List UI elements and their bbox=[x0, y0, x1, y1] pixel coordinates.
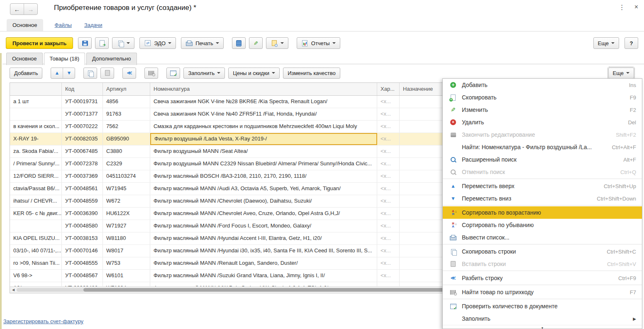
column-header[interactable] bbox=[10, 83, 62, 95]
cell-characteristic[interactable]: <x... bbox=[377, 96, 400, 108]
menu-item[interactable]: Расширенный поискAlt+F bbox=[443, 153, 642, 166]
cell-prev[interactable] bbox=[10, 108, 62, 120]
menu-item[interactable]: Вывести список... bbox=[443, 231, 642, 244]
cell-code[interactable]: УТ-00071377 bbox=[62, 108, 103, 120]
scroll-left-icon[interactable]: ◀ bbox=[10, 288, 17, 292]
menu-scroll-down-icon[interactable]: ▼ bbox=[443, 325, 642, 329]
menu-item[interactable]: Вставить строкиCtrl+Shift+V bbox=[443, 258, 642, 270]
tab-doc-osnovnoe[interactable]: Основное bbox=[6, 53, 43, 65]
cell-code[interactable]: УТ-00048559 bbox=[62, 195, 103, 207]
edo-button[interactable]: ⇄ЭДО bbox=[139, 37, 176, 49]
cell-article[interactable]: C3880 bbox=[103, 145, 150, 157]
cell-nomenclature[interactable]: Фильтр масляный MANN /Renault Logan, San… bbox=[150, 257, 377, 269]
cell-code[interactable]: УТ-00070146 bbox=[62, 245, 103, 257]
menu-item[interactable]: Скопировать строкиCtrl+Shift+C bbox=[443, 245, 642, 258]
check-quantity-button[interactable] bbox=[166, 68, 180, 79]
cell-prev[interactable]: 03/10-, i40 07/11-,... bbox=[10, 245, 62, 257]
reports-button[interactable]: Отчеты bbox=[297, 37, 340, 49]
menu-item[interactable]: Отменить поискCtrl+Q bbox=[443, 166, 642, 178]
post-and-close-button[interactable]: Провести и закрыть bbox=[6, 37, 73, 49]
cell-nomenclature[interactable]: Фильтр масляный MANN /Chevrolet Aveo, Cr… bbox=[150, 208, 377, 220]
cell-code[interactable]: УТ-00067485 bbox=[62, 145, 103, 157]
cell-article[interactable]: 91763 bbox=[103, 108, 150, 120]
menu-item[interactable]: ЯА↓Сортировать по убыванию bbox=[443, 219, 642, 231]
cell-code[interactable]: УТ-00048567 bbox=[62, 270, 103, 282]
column-header[interactable]: Хар... bbox=[377, 83, 400, 95]
cell-characteristic[interactable]: <x... bbox=[377, 257, 400, 269]
cell-article[interactable]: W71927 bbox=[103, 220, 150, 232]
cell-code[interactable]: УТ-00048580 bbox=[62, 220, 103, 232]
cell-nomenclature[interactable]: Фильтр масляный MANN /Ford Focus I, Esco… bbox=[150, 220, 377, 232]
table-more-button[interactable]: Еще bbox=[608, 68, 634, 79]
cell-nomenclature[interactable]: Фильтр масляный MANN /Audi A3, Octavia A… bbox=[150, 183, 377, 195]
cell-article[interactable]: 4856 bbox=[103, 96, 150, 108]
cell-characteristic[interactable]: <x... bbox=[377, 158, 400, 170]
cell-code[interactable]: УТ-00070222 bbox=[62, 121, 103, 133]
move-down-button[interactable]: ▼ bbox=[63, 68, 75, 78]
cell-article[interactable]: C2329 bbox=[103, 158, 150, 170]
cell-article[interactable]: GB95090 bbox=[103, 133, 150, 145]
split-row-button[interactable]: ≪ bbox=[122, 68, 136, 79]
cell-characteristic[interactable]: <x... bbox=[377, 170, 400, 182]
cell-code[interactable]: УТ-00036390 bbox=[62, 208, 103, 220]
cell-prev[interactable]: в качения и скол... bbox=[10, 121, 62, 133]
cell-code[interactable]: УТ-00037369 bbox=[62, 170, 103, 182]
cell-characteristic[interactable]: <x... bbox=[377, 133, 400, 145]
menu-item[interactable]: Проверить количество в документе bbox=[443, 300, 642, 312]
cell-article[interactable]: W8017 bbox=[103, 245, 150, 257]
cell-nomenclature[interactable]: Смазка для карданных крестовин и подшипн… bbox=[150, 121, 377, 133]
kebab-menu-icon[interactable]: ⋮ bbox=[619, 3, 625, 11]
structure-button[interactable] bbox=[232, 37, 246, 49]
cell-prev[interactable]: KIA OPEL ISUZU... bbox=[10, 232, 62, 244]
more-button[interactable]: Еще bbox=[593, 37, 619, 49]
cell-prev[interactable]: za. Skoda Fabia/... bbox=[10, 145, 62, 157]
print-button[interactable]: Печать bbox=[181, 37, 224, 49]
back-icon[interactable]: ← bbox=[10, 4, 24, 15]
create-based-on-button[interactable] bbox=[112, 37, 134, 49]
close-icon[interactable]: × bbox=[634, 3, 638, 11]
cell-characteristic[interactable]: <x... bbox=[377, 208, 400, 220]
column-header[interactable]: Артикул bbox=[103, 83, 150, 95]
cell-nomenclature[interactable]: Фильтр масляный MANN /Chevrolet (Daewoo)… bbox=[150, 195, 377, 207]
cell-article[interactable]: 7562 bbox=[103, 121, 150, 133]
cell-code[interactable]: УТ-00082035 bbox=[62, 133, 103, 145]
menu-item[interactable]: ▼Переместить внизCtrl+Shift+Down bbox=[443, 192, 642, 205]
menu-item[interactable]: АЯ↓Сортировать по возрастанию bbox=[443, 206, 642, 219]
cell-nomenclature[interactable]: Свеча зажигания NGK V-line №40 ZFR5F11 /… bbox=[150, 108, 377, 120]
fill-button[interactable]: Заполнить bbox=[183, 68, 225, 79]
menu-item[interactable]: ×УдалитьDel bbox=[443, 116, 642, 128]
cell-characteristic[interactable]: <x... bbox=[377, 245, 400, 257]
copy-rows-button[interactable] bbox=[83, 68, 97, 79]
cell-article[interactable]: 0451103274 bbox=[103, 170, 150, 182]
tab-faily[interactable]: Файлы bbox=[54, 19, 73, 31]
tab-doc-dopolnitelno[interactable]: Дополнительно bbox=[86, 53, 137, 65]
cell-prev[interactable]: 12/FORD SIERR... bbox=[10, 170, 62, 182]
paste-rows-button[interactable] bbox=[100, 68, 114, 79]
cell-characteristic[interactable]: <x... bbox=[377, 121, 400, 133]
tab-osnovnoe[interactable]: Основное bbox=[7, 19, 43, 31]
post-document-button[interactable] bbox=[95, 37, 109, 49]
cell-characteristic[interactable]: <x... bbox=[377, 195, 400, 207]
menu-item[interactable]: ✎ИзменитьF2 bbox=[443, 104, 642, 116]
cell-nomenclature[interactable]: Фильтр масляный MANN /Hyundai Accent I-I… bbox=[150, 232, 377, 244]
cell-code[interactable]: УТ-00038153 bbox=[62, 232, 103, 244]
tab-doc-tovary[interactable]: Товары (18) bbox=[44, 53, 85, 65]
cell-nomenclature[interactable]: Фильтр масляный BOSCH /ВАЗ-2108, 2110, 2… bbox=[150, 170, 377, 182]
cell-characteristic[interactable]: <x... bbox=[377, 220, 400, 232]
cell-article[interactable]: HU6122X bbox=[103, 208, 150, 220]
cell-prev[interactable]: KER 05- с № двиг... bbox=[10, 208, 62, 220]
cell-article[interactable]: W81180 bbox=[103, 232, 150, 244]
cell-nomenclature[interactable]: Свеча зажигания NGK V-line №28 BKR6E /Ki… bbox=[150, 96, 377, 108]
cell-characteristic[interactable]: <x... bbox=[377, 232, 400, 244]
column-header[interactable]: Код bbox=[62, 83, 103, 95]
cell-characteristic[interactable]: <x... bbox=[377, 108, 400, 120]
cell-characteristic[interactable]: <x... bbox=[377, 270, 400, 282]
menu-item[interactable]: +СкопироватьF9 bbox=[443, 91, 642, 104]
cell-prev[interactable] bbox=[10, 220, 62, 232]
help-button[interactable]: ? bbox=[624, 37, 638, 49]
cell-article[interactable]: W71945 bbox=[103, 183, 150, 195]
register-invoice-link[interactable]: Зарегистрировать счет-фактуру bbox=[3, 318, 83, 324]
barcode-search-button[interactable] bbox=[144, 68, 158, 79]
cell-code[interactable]: УТ-00072378 bbox=[62, 158, 103, 170]
move-up-button[interactable]: ▲ bbox=[51, 68, 63, 78]
